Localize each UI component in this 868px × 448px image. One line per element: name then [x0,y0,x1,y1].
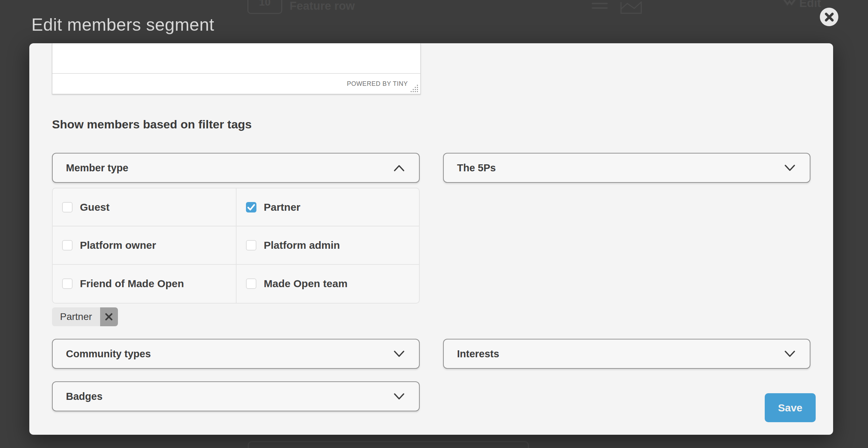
checkbox[interactable] [246,240,256,251]
bg-feature-row-label: Feature row [290,0,355,13]
checkbox[interactable] [62,202,73,212]
checkbox[interactable] [62,278,73,289]
member-type-option-friend-of-made-open[interactable]: Friend of Made Open [53,265,236,303]
chevron-down-icon [393,350,405,358]
filter-dropdown-interests[interactable]: Interests [443,339,810,369]
filter-tags-heading: Show members based on filter tags [52,117,252,132]
close-icon [825,13,834,22]
filter-dropdown-badges[interactable]: Badges [52,381,420,411]
rich-text-editor[interactable]: POWERED BY TINY [52,43,421,94]
chevron-down-icon [784,350,796,358]
bg-edit-control: Edit [783,0,821,10]
save-button[interactable]: Save [765,393,816,422]
tag-label: Partner [52,307,100,326]
tag-remove-button[interactable] [100,307,118,326]
bg-menu-icon [592,3,608,9]
bg-feature-row-count: 10 [259,0,270,8]
member-type-option-partner[interactable]: Partner [236,188,419,226]
filter-dropdown-the-5ps[interactable]: The 5Ps [443,153,810,183]
dialog-title: Edit members segment [31,15,214,35]
member-type-option-platform-owner[interactable]: Platform owner [53,226,236,264]
chevron-up-icon [393,164,405,172]
chevron-down-icon [393,393,405,400]
member-type-option-made-open-team[interactable]: Made Open team [236,265,419,303]
member-type-options-grid: Guest Partner Platform owner Platform ad… [52,188,420,304]
checkbox[interactable] [246,278,256,289]
bg-feature-row-thumbnail: 10 [247,0,282,14]
bg-edit-icon [783,0,796,8]
filter-dropdown-member-type[interactable]: Member type [52,153,420,183]
bg-edit-label: Edit [799,0,821,10]
checkbox[interactable] [62,240,73,251]
powered-by-tiny-label: POWERED BY TINY [347,80,408,88]
bg-content-block [248,441,529,448]
chevron-down-icon [784,164,796,172]
member-type-option-platform-admin[interactable]: Platform admin [236,226,419,264]
member-type-option-guest[interactable]: Guest [53,188,236,226]
checkbox[interactable] [246,202,256,212]
editor-resize-handle[interactable] [411,84,419,92]
check-icon [247,203,256,212]
editor-status-bar: POWERED BY TINY [52,73,420,94]
screen: 10 Feature row Edit Edit members segment… [0,0,868,448]
filter-dropdown-community-types[interactable]: Community types [52,339,420,369]
selected-tag-partner: Partner [52,307,118,326]
remove-x-icon [105,313,113,321]
close-button[interactable] [820,8,838,26]
edit-members-segment-modal: POWERED BY TINY Show members based on fi… [29,43,833,435]
bg-chart-icon [620,1,642,14]
